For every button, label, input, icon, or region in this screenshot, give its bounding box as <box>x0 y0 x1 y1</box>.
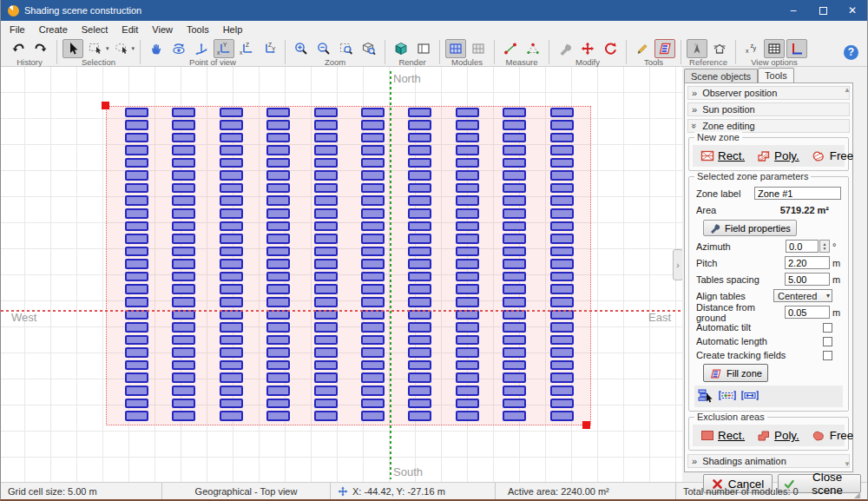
pv-table[interactable] <box>125 335 148 346</box>
pv-table[interactable] <box>503 322 526 333</box>
pv-table[interactable] <box>503 284 526 294</box>
pv-table[interactable] <box>550 335 574 346</box>
pv-table[interactable] <box>220 259 243 269</box>
pv-table[interactable] <box>408 411 431 421</box>
pv-table[interactable] <box>220 170 243 181</box>
pv-table[interactable] <box>314 372 338 383</box>
pv-table[interactable] <box>125 247 148 257</box>
axes-toggle-icon[interactable] <box>786 39 807 58</box>
pv-table[interactable] <box>314 360 338 371</box>
pv-table[interactable] <box>314 386 338 396</box>
menu-select[interactable]: Select <box>75 23 115 36</box>
pv-table[interactable] <box>266 208 290 219</box>
axes-3d-icon[interactable] <box>191 39 212 58</box>
pv-table[interactable] <box>266 247 290 257</box>
pv-table[interactable] <box>172 247 195 257</box>
pv-table[interactable] <box>314 133 338 143</box>
pv-table[interactable] <box>550 259 574 269</box>
zoom-out-icon[interactable] <box>313 39 334 58</box>
pv-table[interactable] <box>266 335 290 346</box>
pv-table[interactable] <box>314 322 338 333</box>
move-object-icon[interactable] <box>577 39 598 58</box>
pv-table[interactable] <box>125 360 148 371</box>
pv-table[interactable] <box>172 272 195 282</box>
pv-table[interactable] <box>456 133 479 143</box>
lasso-select-icon[interactable] <box>111 39 132 58</box>
pv-table[interactable] <box>314 247 338 257</box>
pv-table[interactable] <box>361 399 385 409</box>
pv-table[interactable] <box>456 158 479 168</box>
pv-table[interactable] <box>125 133 148 143</box>
pv-table[interactable] <box>314 195 338 206</box>
pv-table[interactable] <box>125 386 148 396</box>
pv-table[interactable] <box>361 108 385 118</box>
pv-table[interactable] <box>408 399 431 409</box>
pv-table[interactable] <box>503 108 526 118</box>
tab-scene-objects[interactable]: Scene objects <box>684 69 758 82</box>
menu-tools[interactable]: Tools <box>180 23 216 36</box>
pv-table[interactable] <box>456 297 479 307</box>
pv-table[interactable] <box>408 133 431 143</box>
distance-from-ground-input[interactable] <box>785 306 830 319</box>
pv-table[interactable] <box>456 399 479 409</box>
pv-table[interactable] <box>408 297 431 307</box>
pv-table[interactable] <box>172 259 195 269</box>
pv-table[interactable] <box>550 183 574 194</box>
grid-toggle-icon[interactable] <box>764 39 785 58</box>
pv-table[interactable] <box>266 297 290 307</box>
pv-table[interactable] <box>220 183 243 194</box>
pv-table[interactable] <box>408 347 431 358</box>
pv-table[interactable] <box>266 360 290 371</box>
undo-icon[interactable] <box>8 39 29 58</box>
pv-table[interactable] <box>266 221 290 232</box>
pv-table[interactable] <box>266 170 290 181</box>
pv-table[interactable] <box>125 120 148 130</box>
redo-icon[interactable] <box>30 39 51 58</box>
pv-table[interactable] <box>314 221 338 232</box>
compass-north-icon[interactable]: N <box>687 39 707 58</box>
pv-table[interactable] <box>172 335 195 346</box>
pv-table[interactable] <box>456 322 479 333</box>
new-zone-poly-button[interactable]: Poly. <box>753 148 804 164</box>
pv-table[interactable] <box>456 372 479 383</box>
pv-table[interactable] <box>503 372 526 383</box>
pv-table[interactable] <box>125 347 148 358</box>
pv-table[interactable] <box>125 234 148 244</box>
fill-zone-button[interactable]: Fill zone <box>703 364 768 382</box>
pv-table[interactable] <box>408 259 431 269</box>
pv-table[interactable] <box>361 386 385 396</box>
pv-table[interactable] <box>503 335 526 346</box>
pv-table[interactable] <box>314 108 338 118</box>
pv-table[interactable] <box>314 120 338 130</box>
automatic-tilt-checkbox[interactable] <box>823 323 832 333</box>
pv-table[interactable] <box>361 372 385 383</box>
resize-grip-icon[interactable]: ◢ <box>854 491 860 499</box>
pv-table[interactable] <box>503 133 526 143</box>
pv-table[interactable] <box>172 234 195 244</box>
pv-table[interactable] <box>314 347 338 358</box>
pv-table[interactable] <box>550 399 574 409</box>
pv-table[interactable] <box>220 411 243 421</box>
pv-table[interactable] <box>220 399 243 409</box>
pv-table[interactable] <box>550 170 574 181</box>
pv-table[interactable] <box>361 335 385 346</box>
pv-table[interactable] <box>456 272 479 282</box>
pv-table[interactable] <box>361 347 385 358</box>
panel-collapse-handle[interactable]: › <box>673 249 682 280</box>
scene-canvas[interactable]: North South West East › <box>1 67 682 482</box>
pv-table[interactable] <box>314 183 338 194</box>
pv-table[interactable] <box>266 411 290 421</box>
menu-file[interactable]: File <box>3 23 32 36</box>
house-reference-icon[interactable] <box>709 39 730 58</box>
pv-table[interactable] <box>314 335 338 346</box>
pv-table[interactable] <box>550 234 574 244</box>
pv-table[interactable] <box>361 297 385 307</box>
pv-table[interactable] <box>503 386 526 396</box>
pv-table[interactable] <box>172 120 195 130</box>
pv-table[interactable] <box>314 259 338 269</box>
pv-table[interactable] <box>361 259 385 269</box>
pv-table[interactable] <box>172 399 195 409</box>
pv-table[interactable] <box>266 120 290 130</box>
view-top-xy-icon[interactable]: xY <box>214 39 234 58</box>
maximize-button[interactable] <box>808 0 838 21</box>
